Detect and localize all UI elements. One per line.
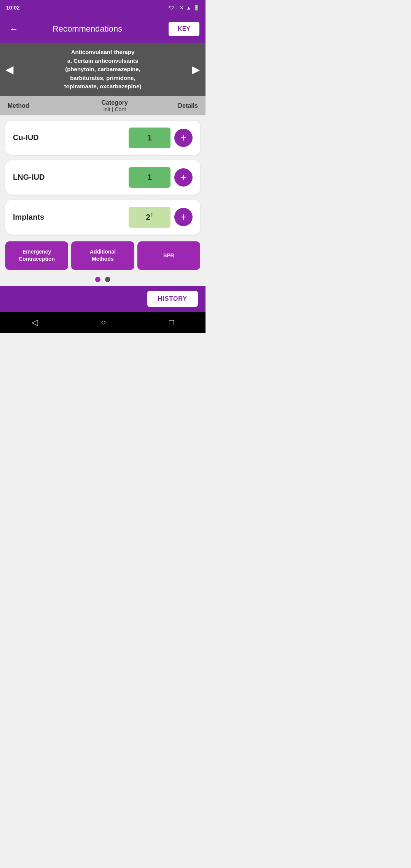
- pagination-dot-2: [105, 277, 110, 282]
- status-icons: 🛡 · ✕ ▲ 🔋: [169, 5, 200, 11]
- method-card-cu-iud: Cu-IUD 1 +: [5, 121, 200, 155]
- details-button-implants[interactable]: +: [174, 208, 193, 226]
- system-back-button[interactable]: ◁: [32, 318, 38, 327]
- method-name-cu-iud: Cu-IUD: [13, 133, 125, 142]
- system-nav-bar: ◁ ○ □: [0, 312, 206, 333]
- method-card-lng-iud: LNG-IUD 1 +: [5, 160, 200, 195]
- banner-next-button[interactable]: ▶: [186, 63, 206, 76]
- method-name-lng-iud: LNG-IUD: [13, 173, 125, 182]
- wifi-icon: ✕: [180, 5, 184, 11]
- condition-banner: ◀ Anticonvulsant therapy a. Certain anti…: [0, 43, 206, 96]
- method-card-implants: Implants 2† +: [5, 200, 200, 235]
- dot-icon: ·: [176, 5, 178, 11]
- status-bar: 10:02 🛡 · ✕ ▲ 🔋: [0, 0, 206, 15]
- category-badge-implants: 2†: [129, 207, 170, 228]
- battery-icon: 🔋: [193, 5, 199, 11]
- bottom-navigation: EmergencyContraception AdditionalMethods…: [0, 236, 206, 273]
- nav-spr[interactable]: SPR: [137, 241, 200, 270]
- details-button-cu-iud[interactable]: +: [174, 129, 193, 147]
- footer: HISTORY: [0, 286, 206, 312]
- pagination: [0, 273, 206, 286]
- column-details: Details: [150, 102, 198, 109]
- system-recent-button[interactable]: □: [169, 318, 174, 327]
- condition-text: Anticonvulsant therapy a. Certain antico…: [19, 48, 186, 91]
- methods-list: Cu-IUD 1 + LNG-IUD 1 + Implants 2† +: [0, 115, 206, 236]
- nav-emergency-contraception[interactable]: EmergencyContraception: [5, 241, 68, 270]
- column-category-label: Category: [79, 99, 151, 106]
- nav-additional-methods[interactable]: AdditionalMethods: [71, 241, 134, 270]
- column-initcont-label: Init | Cont: [79, 106, 151, 112]
- status-time: 10:02: [6, 5, 20, 11]
- signal-icon: ▲: [186, 5, 191, 11]
- method-name-implants: Implants: [13, 213, 125, 222]
- table-header: Method Category Init | Cont Details: [0, 96, 206, 115]
- history-button[interactable]: HISTORY: [147, 291, 198, 307]
- banner-prev-button[interactable]: ◀: [0, 63, 19, 76]
- details-button-lng-iud[interactable]: +: [174, 168, 193, 187]
- pagination-dot-1: [95, 277, 100, 282]
- category-badge-lng-iud: 1: [129, 167, 170, 188]
- page-title: Recommendations: [6, 24, 169, 34]
- key-button[interactable]: KEY: [169, 22, 199, 36]
- shield-icon: 🛡: [169, 5, 174, 11]
- system-home-button[interactable]: ○: [101, 318, 106, 327]
- category-badge-cu-iud: 1: [129, 128, 170, 148]
- top-bar: ← Recommendations KEY: [0, 15, 206, 43]
- column-category: Category Init | Cont: [79, 99, 151, 112]
- column-method: Method: [8, 102, 79, 109]
